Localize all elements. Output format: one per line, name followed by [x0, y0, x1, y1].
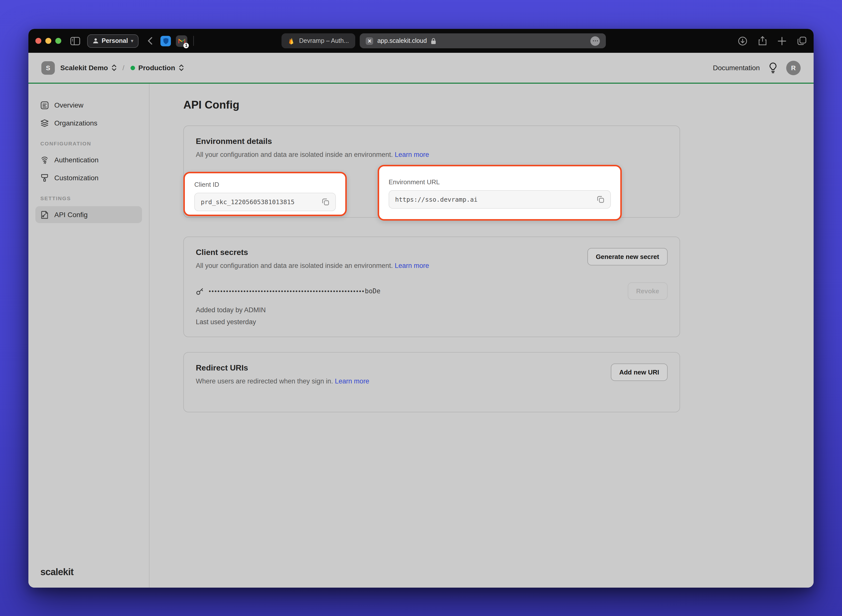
card-description: All your configuration and data are isol…	[196, 262, 393, 269]
main-content: API Config Environment details All your …	[150, 84, 814, 588]
desktop: Personal ▾ 1	[0, 0, 842, 616]
documentation-link[interactable]: Documentation	[713, 64, 760, 72]
chevron-updown-icon	[179, 64, 184, 71]
toolbar-actions	[738, 36, 807, 46]
scalekit-favicon: ✕	[366, 37, 373, 45]
sidebar-item-api-config[interactable]: API Config	[35, 206, 142, 223]
sidebar-section-configuration: CONFIGURATION	[35, 141, 142, 147]
browser-toolbar: Personal ▾ 1	[28, 29, 814, 53]
sidebar-section-settings: SETTINGS	[35, 195, 142, 201]
card-title: Redirect URIs	[196, 364, 369, 373]
secret-last-used-line: Last used yesterday	[196, 318, 668, 326]
copy-client-id-button[interactable]	[318, 195, 332, 209]
lightbulb-icon[interactable]	[769, 62, 777, 73]
environment-url-value: https://sso.devramp.ai	[395, 196, 594, 203]
card-title: Client secrets	[196, 248, 429, 257]
tab-scalekit-active[interactable]: ✕ app.scalekit.cloud	[360, 33, 606, 48]
redirect-uris-card: Redirect URIs Where users are redirected…	[183, 352, 680, 412]
user-avatar[interactable]: R	[786, 60, 801, 75]
environment-name: Production	[138, 64, 175, 72]
scalekit-logo: scalekit	[40, 567, 73, 578]
breadcrumb-separator: /	[122, 64, 124, 72]
profile-label: Personal	[101, 37, 128, 44]
chevron-updown-icon	[111, 64, 116, 71]
card-description: All your configuration and data are isol…	[196, 151, 393, 158]
lock-icon	[431, 38, 436, 44]
sidebar-item-label: Authentication	[54, 156, 98, 164]
tab-url: app.scalekit.cloud	[378, 37, 427, 44]
gmail-extension-icon[interactable]: 1	[176, 35, 188, 47]
secret-suffix: boDe	[365, 287, 381, 295]
card-title: Environment details	[196, 137, 668, 146]
tab-overview-icon[interactable]	[797, 36, 807, 45]
environment-url-field[interactable]: https://sso.devramp.ai	[389, 190, 611, 209]
profile-switcher-button[interactable]: Personal ▾	[87, 34, 139, 48]
zoom-window-button[interactable]	[55, 38, 61, 44]
tab-options-button[interactable]	[591, 36, 600, 45]
revoke-button[interactable]: Revoke	[628, 282, 668, 300]
share-icon[interactable]	[758, 36, 767, 46]
org-switcher[interactable]: Scalekit Demo	[60, 64, 116, 72]
gmail-badge: 1	[184, 43, 189, 48]
org-logo: S	[41, 61, 55, 75]
sidebar-item-label: Customization	[54, 174, 98, 182]
sidebar-item-organizations[interactable]: Organizations	[35, 114, 142, 132]
environment-details-card: Environment details All your configurati…	[183, 126, 680, 218]
learn-more-link[interactable]: Learn more	[395, 151, 429, 158]
environment-url-highlight-box: Environment URL https://sso.devramp.ai	[378, 165, 622, 221]
sidebar-item-label: Overview	[54, 101, 84, 109]
client-id-highlight-box: Client ID prd_skc_12205605381013815	[183, 172, 347, 216]
environment-url-label: Environment URL	[389, 178, 611, 186]
window-controls	[35, 38, 61, 44]
toolbar-divider	[194, 36, 194, 46]
client-id-value: prd_skc_12205605381013815	[201, 198, 318, 206]
sidebar-toggle-icon[interactable]	[70, 37, 80, 45]
environment-status-dot	[130, 66, 135, 70]
close-window-button[interactable]	[35, 38, 41, 44]
sidebar-item-label: Organizations	[54, 119, 97, 127]
tab-title: Devramp – Auth...	[299, 37, 349, 44]
key-icon	[196, 287, 204, 295]
chevron-down-icon: ▾	[131, 38, 133, 43]
minimize-window-button[interactable]	[46, 38, 51, 44]
firebase-flame-icon	[288, 37, 295, 45]
header-actions: Documentation R	[713, 60, 801, 75]
learn-more-link[interactable]: Learn more	[335, 377, 369, 385]
learn-more-link[interactable]: Learn more	[395, 262, 429, 269]
app-body: Overview Organizations CONFIGURATION	[28, 84, 814, 588]
secret-masked-value: ••••••••••••••••••••••••••••••••••••••••…	[209, 288, 365, 294]
secret-row: ••••••••••••••••••••••••••••••••••••••••…	[196, 282, 668, 300]
api-file-icon	[40, 210, 49, 219]
secret-added-line: Added today by ADMIN	[196, 306, 668, 314]
sidebar-item-customization[interactable]: Customization	[35, 169, 142, 186]
person-icon	[93, 38, 98, 44]
client-id-field[interactable]: prd_skc_12205605381013815	[194, 193, 336, 211]
page-title: API Config	[183, 98, 814, 111]
org-name: Scalekit Demo	[60, 64, 108, 72]
card-description: Where users are redirected when they sig…	[196, 377, 333, 385]
new-tab-icon[interactable]	[778, 37, 786, 45]
back-button[interactable]	[148, 37, 153, 45]
generate-new-secret-button[interactable]: Generate new secret	[588, 248, 668, 265]
client-secrets-card: Client secrets All your configuration an…	[183, 236, 680, 337]
environment-switcher[interactable]: Production	[130, 64, 184, 72]
bitwarden-extension-icon[interactable]	[161, 35, 171, 46]
document-lines-icon	[40, 101, 49, 109]
layers-icon	[40, 119, 49, 127]
app-header: S Scalekit Demo / Production	[28, 53, 814, 84]
sidebar-item-overview[interactable]: Overview	[35, 97, 142, 113]
client-id-label: Client ID	[194, 181, 336, 188]
tab-devramp[interactable]: Devramp – Auth...	[282, 33, 356, 48]
sidebar-item-authentication[interactable]: Authentication	[35, 151, 142, 168]
paintbrush-icon	[40, 173, 49, 182]
sidebar: Overview Organizations CONFIGURATION	[28, 84, 150, 588]
downloads-icon[interactable]	[738, 36, 747, 45]
fingerprint-icon	[40, 155, 49, 164]
sidebar-item-label: API Config	[54, 211, 88, 219]
browser-window: Personal ▾ 1	[28, 29, 814, 588]
add-new-uri-button[interactable]: Add new URI	[611, 364, 668, 381]
copy-environment-url-button[interactable]	[594, 192, 607, 207]
